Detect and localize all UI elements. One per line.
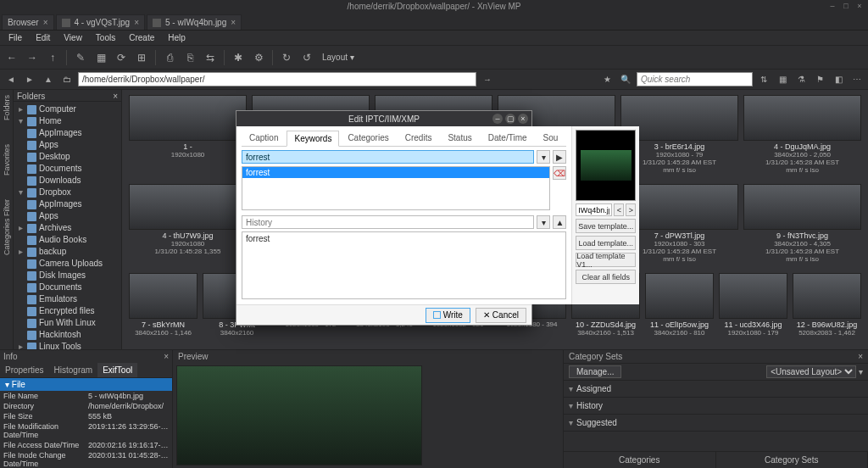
dialog-min-button[interactable]: – [492, 114, 503, 124]
dialog-tab[interactable]: Date/Time [481, 130, 535, 146]
thumbnail[interactable]: 1 -1920x1080 [129, 95, 247, 174]
toolbar-button-9[interactable]: ⇆ [202, 49, 219, 66]
info-close-icon[interactable]: × [164, 352, 169, 361]
write-button[interactable]: Write [426, 308, 470, 323]
tree-node[interactable]: Apps [15, 139, 120, 151]
tree-node[interactable]: Downloads [15, 175, 120, 187]
toolbar-button-6[interactable]: ⊞ [133, 49, 150, 66]
info-tab[interactable]: Histogram [49, 363, 98, 377]
toolbar-button-11[interactable]: ⚙ [250, 49, 267, 66]
keyword-input[interactable] [242, 150, 534, 164]
nav-back-button[interactable]: ◄ [3, 72, 19, 87]
disclosure-icon[interactable]: ▾ [17, 187, 25, 198]
tree-node[interactable]: Fun With Linux [15, 317, 120, 329]
disclosure-icon[interactable]: ▾ [569, 418, 573, 427]
history-up-button[interactable]: ▲ [553, 215, 566, 229]
disclosure-icon[interactable]: ▾ [569, 384, 573, 393]
tree-node[interactable]: Encrypted files [15, 305, 120, 317]
tree-node[interactable]: AppImages [15, 127, 120, 139]
nav-up-button[interactable]: ▲ [41, 72, 56, 87]
keyword-remove-button[interactable]: ⌫ [553, 166, 566, 180]
toolbar-button-10[interactable]: ✱ [230, 49, 247, 66]
save-template-button[interactable]: Save template... [576, 219, 636, 233]
toolbar-button-0[interactable]: ← [3, 49, 20, 66]
filter-button[interactable]: ⚗ [793, 72, 809, 87]
tree-node[interactable]: ▸Computer [15, 103, 120, 115]
window-min-button[interactable]: – [827, 1, 837, 11]
toolbar-button-13[interactable]: ↺ [298, 49, 315, 66]
close-icon[interactable]: × [43, 18, 48, 27]
tree-node[interactable]: ▾Dropbox [15, 187, 120, 198]
tree-node[interactable]: Audio Books [15, 234, 120, 246]
menu-tools[interactable]: Tools [91, 31, 120, 44]
disclosure-icon[interactable]: ▸ [17, 246, 25, 258]
category-section[interactable]: ▾Assigned [564, 381, 868, 398]
category-section[interactable]: ▾History [564, 398, 868, 415]
doc-tab[interactable]: Browser× [2, 14, 54, 30]
history-select[interactable] [242, 215, 534, 229]
category-footer-tab[interactable]: Category Sets [716, 452, 869, 468]
tree-node[interactable]: AppImages [15, 198, 120, 210]
nav-go-button[interactable]: → [480, 72, 495, 87]
toolbar-button-2[interactable]: ↑ [44, 49, 61, 66]
toolbar-button-4[interactable]: ▦ [92, 49, 109, 66]
dialog-next-button[interactable]: > [626, 203, 636, 216]
thumbnail[interactable]: 11 - ucd3X46.jpg1920x1080 - 179 [719, 273, 787, 337]
address-input[interactable] [78, 72, 476, 86]
tree-node[interactable]: ▾Home [15, 115, 120, 127]
category-section[interactable]: ▾Suggested [564, 415, 868, 432]
keyword-list[interactable]: forrest [242, 166, 550, 210]
tree-node[interactable]: Documents [15, 281, 120, 293]
favorite-button[interactable]: ★ [599, 72, 615, 87]
thumbnail[interactable]: 4 - DguJqMA.jpg3840x2160 - 2,0501/31/20 … [743, 95, 861, 174]
keyword-apply-button[interactable]: ▶ [553, 150, 566, 164]
thumbnail[interactable]: 11 - oElIp5ow.jpg3840x2160 - 810 [645, 273, 714, 337]
dialog-tab[interactable]: Sou [536, 130, 566, 146]
rail-tab[interactable]: Favorites [3, 144, 11, 176]
dialog-close-button[interactable]: × [518, 114, 528, 124]
clear-fields-button[interactable]: Clear all fields [576, 270, 636, 284]
menu-help[interactable]: Help [163, 31, 191, 44]
dialog-tab[interactable]: Keywords [287, 131, 339, 147]
load-template-button[interactable]: Load template... [576, 236, 636, 250]
tree-node[interactable]: Disk Images [15, 270, 120, 281]
info-section-file[interactable]: ▾ File [0, 378, 172, 391]
tree-node[interactable]: Apps [15, 210, 120, 222]
thumbnail[interactable]: 4 - thU7W9.jpg1920x10801/31/20 1:45:28 1… [129, 184, 247, 263]
colorlabel-button[interactable]: ◧ [831, 72, 846, 87]
disclosure-icon[interactable]: ▸ [17, 222, 25, 234]
history-dropdown-button[interactable]: ▾ [537, 215, 550, 229]
cat-close-icon[interactable]: × [858, 352, 863, 361]
dialog-filename[interactable] [576, 203, 612, 216]
window-close-button[interactable]: × [854, 1, 865, 11]
dialog-max-button[interactable]: ▢ [505, 114, 515, 124]
disclosure-icon[interactable]: ▾ [17, 115, 25, 127]
flag-button[interactable]: ⚑ [812, 72, 827, 87]
disclosure-icon[interactable]: ▾ [569, 401, 573, 410]
thumbnail[interactable]: 7 - sBkYrMN3840x2160 - 1,146 [129, 273, 198, 337]
doc-tab[interactable]: 5 - wIWq4bn.jpg× [147, 14, 242, 30]
manage-button[interactable]: Manage... [569, 365, 621, 378]
viewmode-button[interactable]: ▦ [775, 72, 790, 87]
close-icon[interactable]: × [231, 18, 236, 27]
dialog-tab[interactable]: Categories [340, 130, 396, 146]
doc-tab[interactable]: 4 - vgVQsT.jpg× [56, 14, 145, 30]
menu-view[interactable]: View [58, 31, 87, 44]
tree-node[interactable]: ▸backup [15, 246, 120, 258]
thumbnail[interactable]: 12 - B96wU82.jpg5208x2083 - 1,462 [793, 273, 861, 337]
cat-more-icon[interactable]: ▾ [859, 367, 863, 376]
tree-node[interactable]: ▸Archives [15, 222, 120, 234]
keyword-dropdown-button[interactable]: ▾ [537, 150, 550, 164]
dialog-tab[interactable]: Credits [398, 130, 440, 146]
toolbar-button-5[interactable]: ⟳ [113, 49, 130, 66]
info-tab[interactable]: ExifTool [97, 363, 137, 377]
load-template-v1-button[interactable]: Load template V1... [576, 253, 636, 267]
tree-node[interactable]: Camera Uploads [15, 258, 120, 270]
layout-select[interactable]: <Unsaved Layout> [766, 365, 856, 378]
info-tab[interactable]: Properties [0, 363, 49, 377]
history-list[interactable]: forrest [242, 231, 566, 299]
quick-search-input[interactable] [637, 72, 753, 86]
history-item[interactable]: forrest [246, 234, 562, 243]
dialog-prev-button[interactable]: < [614, 203, 624, 216]
cancel-button[interactable]: ✕Cancel [476, 308, 526, 323]
